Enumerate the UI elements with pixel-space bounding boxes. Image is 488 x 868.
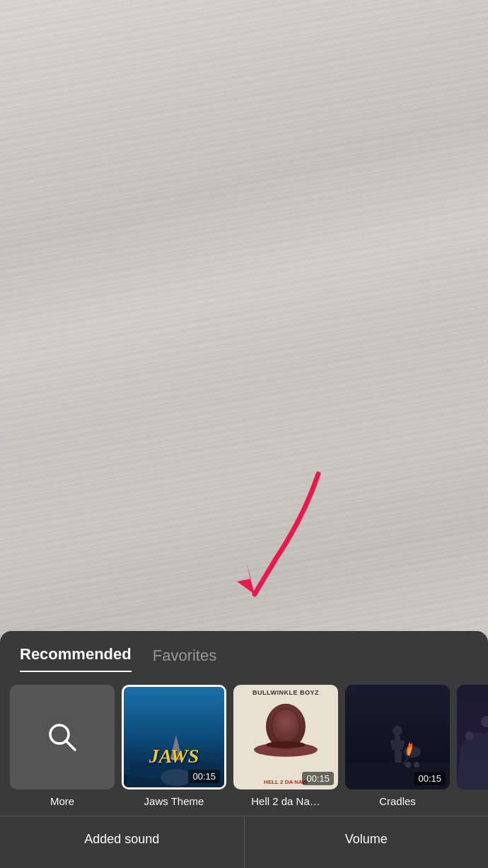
svg-point-27	[465, 731, 474, 740]
sound-item-partial[interactable]	[457, 685, 488, 789]
svg-point-14	[393, 726, 402, 736]
added-sound-button[interactable]: Added sound	[0, 816, 245, 868]
sound-item-jaws[interactable]: JAWS 00:15 Jaws Theme	[122, 685, 226, 807]
svg-point-22	[405, 762, 411, 768]
hell2dana-duration: 00:15	[302, 772, 334, 785]
more-thumbnail	[10, 685, 115, 789]
tab-favorites[interactable]: Favorites	[153, 647, 216, 672]
cradles-duration: 00:15	[414, 772, 446, 785]
tabs-container: Recommended Favorites	[0, 631, 488, 672]
tab-recommended[interactable]: Recommended	[20, 645, 132, 672]
search-icon	[42, 717, 82, 757]
svg-rect-18	[395, 751, 398, 763]
jaws-thumbnail: JAWS 00:15	[122, 685, 226, 789]
svg-rect-19	[398, 751, 402, 763]
svg-point-23	[414, 762, 419, 768]
sound-item-hell2dana[interactable]: BULLWINKLE BOYZ	[233, 685, 338, 807]
sound-items-list: More	[0, 672, 488, 813]
bottom-panel: Recommended Favorites More	[0, 631, 488, 868]
volume-button[interactable]: Volume	[245, 816, 489, 868]
sound-item-cradles[interactable]: 00:15 Cradles	[345, 685, 450, 807]
bull-thumbnail: BULLWINKLE BOYZ	[233, 685, 338, 789]
svg-point-11	[266, 741, 306, 748]
sound-item-more[interactable]: More	[10, 685, 115, 807]
bottom-bar: Added sound Volume	[0, 816, 488, 868]
jaws-duration: 00:15	[188, 770, 220, 783]
svg-line-1	[66, 741, 75, 750]
cradles-thumbnail: 00:15	[345, 685, 450, 789]
partial-thumbnail	[457, 685, 488, 789]
